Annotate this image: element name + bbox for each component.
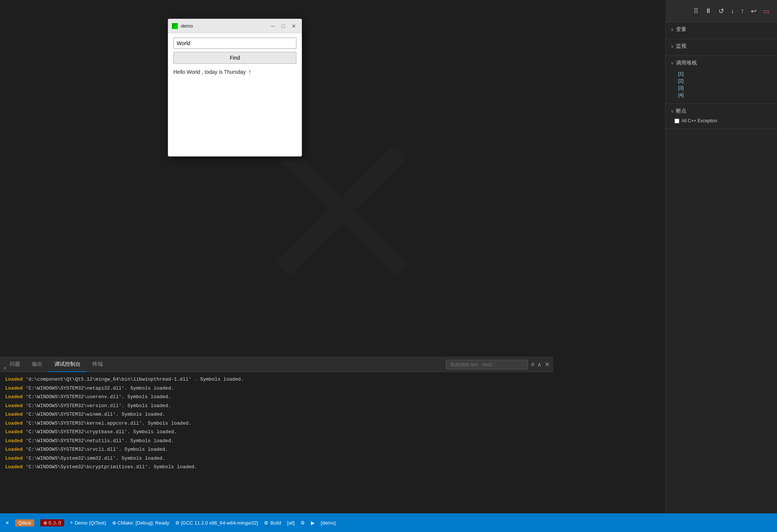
breakpoints-header[interactable]: ∨ 断点 xyxy=(671,108,772,114)
status-demo-label: Demo (QtTest) xyxy=(75,520,106,526)
filter-close-icon[interactable]: ✕ xyxy=(545,361,550,368)
qt-minimize-button[interactable]: ─ xyxy=(269,22,277,30)
console-line-2: Loaded 'C:\WINDOWS\SYSTEM32\version.dll'… xyxy=(5,402,548,410)
qt-maximize-button[interactable]: □ xyxy=(279,22,287,30)
qt-titlebar: demo ─ □ ✕ xyxy=(168,19,302,33)
console-line-truncated: Loaded 'd:\component\Qt\Qt5.12\mingw_64\… xyxy=(5,375,548,384)
status-cmake[interactable]: ⊕ CMake: [Debug]: Ready xyxy=(112,520,169,526)
status-build[interactable]: ⚙ Build xyxy=(264,520,281,526)
build-label: Build xyxy=(270,520,281,526)
tab-debug-console[interactable]: 调试控制台 xyxy=(48,357,86,372)
qt-demo-window: demo ─ □ ✕ Find Hello World , today is T… xyxy=(168,19,302,157)
main-area: demo ─ □ ✕ Find Hello World , today is T… xyxy=(0,0,665,532)
top-toolbar: ⠿ ⏸ ↺ ↓ ↑ ↩ ▭ xyxy=(666,0,777,22)
bottom-tabs: 问题 输出 调试控制台 终端 ≡ ∧ ✕ xyxy=(0,357,553,372)
qt-spacer xyxy=(173,77,296,152)
filter-icons: ≡ ∧ ✕ xyxy=(531,361,550,368)
monitor-chevron-icon: ∨ xyxy=(671,44,674,49)
variables-chevron-icon: ∨ xyxy=(671,27,674,32)
filter-input[interactable] xyxy=(446,360,528,369)
status-x-icon: ✕ xyxy=(5,520,9,526)
qt-window-title: demo xyxy=(181,23,266,29)
console-line-3: Loaded 'C:\WINDOWS\SYSTEM32\winmm.dll'. … xyxy=(5,410,548,419)
stop-icon[interactable]: ▭ xyxy=(763,7,770,15)
status-demo: ⌖ Demo (QtTest) xyxy=(70,520,106,526)
qt-search-input[interactable] xyxy=(173,38,296,49)
bottom-panel: 问题 输出 调试控制台 终端 ≡ ∧ ✕ Loaded 'd:\componen… xyxy=(0,357,553,513)
console-line-8: Loaded 'C:\WINDOWS\System32\imm32.dll'. … xyxy=(5,454,548,463)
call-stack-item-2[interactable]: [2] xyxy=(678,77,772,84)
status-gcc: ⚙ [GCC 11.2.0 x86_64-w64-mingw32] xyxy=(175,520,258,526)
settings-icon: ⚙ xyxy=(301,520,305,526)
variables-header[interactable]: ∨ 变量 xyxy=(671,26,772,33)
qt-app-icon xyxy=(172,23,178,29)
status-settings[interactable]: ⚙ xyxy=(301,520,305,526)
monitor-header[interactable]: ∨ 监视 xyxy=(671,43,772,50)
status-errors[interactable]: ⊗ 0 ⚠ 0 xyxy=(40,519,64,526)
status-all: [all] xyxy=(287,520,295,526)
tab-problems[interactable]: 问题 xyxy=(4,357,26,372)
qt-content: Find Hello World , today is Thursday ！ xyxy=(168,33,302,156)
console-line-1: Loaded 'C:\WINDOWS\SYSTEM32\userenv.dll'… xyxy=(5,393,548,402)
console-line-0: Loaded 'C:\WINDOWS\SYSTEM32\netapi32.dll… xyxy=(5,384,548,393)
filter-list-icon[interactable]: ≡ xyxy=(531,361,534,368)
call-stack-item-4[interactable]: [4] xyxy=(678,91,772,98)
all-cpp-exceptions-checkbox[interactable] xyxy=(674,119,679,123)
all-cpp-exceptions-item: All C++ Exception xyxy=(671,117,772,125)
pause-icon[interactable]: ⏸ xyxy=(705,7,712,15)
qt-find-button[interactable]: Find xyxy=(173,52,296,64)
return-icon[interactable]: ↩ xyxy=(751,7,756,15)
status-bar: ✕ Qttest ⊗ 0 ⚠ 0 ⌖ Demo (QtTest) ⊕ CMake… xyxy=(0,513,777,532)
right-panel: ⠿ ⏸ ↺ ↓ ↑ ↩ ▭ ∨ 变量 ∨ 监视 ∨ 调用堆栈 [1] [2] [… xyxy=(665,22,777,532)
call-stack-item-1[interactable]: [1] xyxy=(678,70,772,77)
status-bracket: [demo] xyxy=(321,520,336,526)
monitor-label: 监视 xyxy=(676,43,686,50)
tab-terminal[interactable]: 终端 xyxy=(86,357,109,372)
variables-section: ∨ 变量 xyxy=(666,22,777,39)
breakpoints-section: ∨ 断点 All C++ Exception xyxy=(666,104,777,129)
svg-rect-0 xyxy=(276,144,408,276)
x-watermark xyxy=(19,19,665,402)
monitor-section: ∨ 监视 xyxy=(666,39,777,56)
all-cpp-exceptions-label: All C++ Exception xyxy=(682,118,717,123)
navigate-icon: ⌖ xyxy=(70,520,73,526)
status-qttest[interactable]: Qttest xyxy=(15,519,34,526)
console-line-5: Loaded 'C:\WINDOWS\SYSTEM32\cryptbase.dl… xyxy=(5,428,548,437)
qt-close-button[interactable]: ✕ xyxy=(290,22,298,30)
drag-icon: ⠿ xyxy=(693,7,698,15)
console-line-6: Loaded 'C:\WINDOWS\SYSTEM32\netutils.dll… xyxy=(5,437,548,446)
console-line-9: Loaded 'C:\WINDOWS\System32\bcryptprimit… xyxy=(5,463,548,472)
console-output[interactable]: Loaded 'd:\component\Qt\Qt5.12\mingw_64\… xyxy=(0,372,553,513)
status-run[interactable]: ▶ xyxy=(311,520,315,526)
console-line-4: Loaded 'C:\WINDOWS\SYSTEM32\kernel.appco… xyxy=(5,419,548,428)
qt-window-controls: ─ □ ✕ xyxy=(269,22,298,30)
variables-label: 变量 xyxy=(676,26,686,33)
refresh-icon[interactable]: ↺ xyxy=(718,7,724,15)
gear-icon: ⚙ xyxy=(264,520,268,526)
call-stack-label: 调用堆栈 xyxy=(676,60,697,66)
tab-filter-area: ≡ ∧ ✕ xyxy=(446,360,550,369)
qt-result-text: Hello World , today is Thursday ！ xyxy=(173,67,296,77)
run-icon: ▶ xyxy=(311,520,315,526)
call-stack-header[interactable]: ∨ 调用堆栈 xyxy=(671,60,772,66)
step-over-icon[interactable]: ↓ xyxy=(731,7,734,15)
step-out-icon[interactable]: ↑ xyxy=(741,7,744,15)
call-stack-item-3[interactable]: [3] xyxy=(678,84,772,91)
breakpoints-chevron-icon: ∨ xyxy=(671,109,674,114)
call-stack-section: ∨ 调用堆栈 [1] [2] [3] [4] xyxy=(666,56,777,104)
call-stack-chevron-icon: ∨ xyxy=(671,61,674,66)
svg-rect-1 xyxy=(276,144,408,276)
status-error-icon: ✕ xyxy=(5,520,9,526)
console-line-7: Loaded 'C:\WINDOWS\SYSTEM32\srvcli.dll'.… xyxy=(5,445,548,454)
breakpoints-label: 断点 xyxy=(676,108,686,114)
scroll-indicator[interactable]: › xyxy=(4,364,6,372)
call-stack-items: [1] [2] [3] [4] xyxy=(671,69,772,100)
filter-up-icon[interactable]: ∧ xyxy=(537,361,542,368)
tab-output[interactable]: 输出 xyxy=(26,357,48,372)
